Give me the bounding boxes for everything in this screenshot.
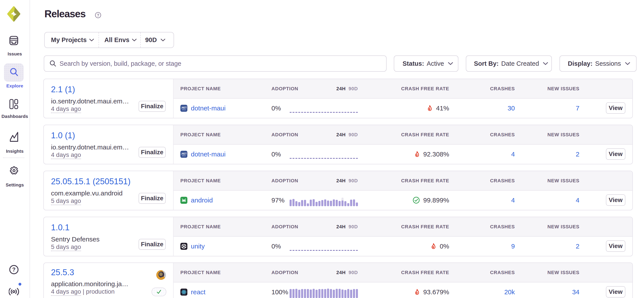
svg-text:MAUI: MAUI	[182, 109, 186, 110]
svg-text:MAUI: MAUI	[182, 155, 186, 156]
svg-text:.NET: .NET	[181, 152, 187, 155]
svg-text:.NET: .NET	[181, 106, 187, 109]
svg-text:?: ?	[97, 13, 100, 18]
svg-text:?: ?	[12, 266, 16, 272]
